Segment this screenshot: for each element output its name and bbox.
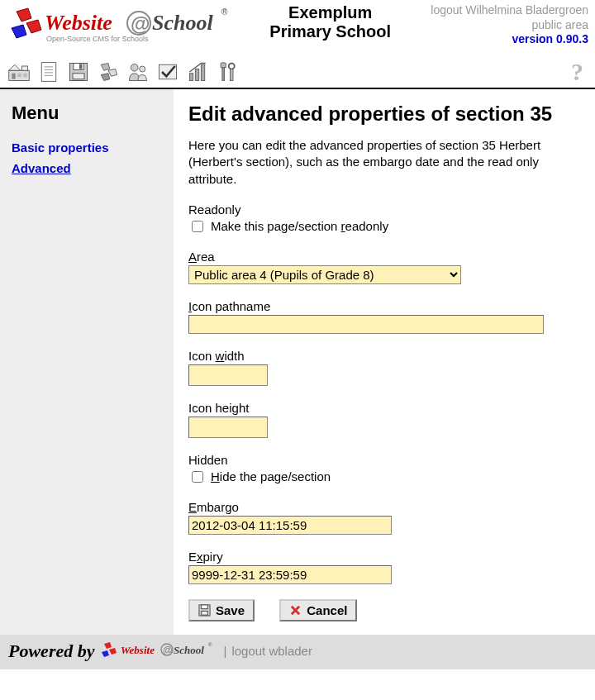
svg-text:Website: Website [121, 644, 155, 656]
svg-text:@: @ [163, 645, 173, 656]
area-label-rest: rea [197, 250, 215, 264]
svg-rect-27 [222, 66, 225, 81]
toolbar: ? [0, 55, 595, 88]
svg-rect-20 [73, 74, 84, 79]
readonly-checkbox[interactable] [192, 221, 203, 232]
svg-rect-11 [23, 74, 26, 77]
icon-height-label-post: ht [239, 401, 250, 415]
body-wrap: Menu Basic properties Advanced Edit adva… [0, 89, 595, 635]
icon-height-label: Icon height [188, 401, 580, 415]
expiry-group: Expiry [188, 550, 580, 584]
svg-rect-12 [41, 63, 56, 82]
icon-pathname-input[interactable] [188, 315, 544, 334]
hidden-checkbox[interactable] [192, 471, 203, 483]
embargo-group: Embargo [188, 500, 580, 535]
svg-rect-32 [202, 611, 208, 615]
area-group: Area Public area 4 (Pupils of Grade 8) [188, 250, 580, 284]
readonly-label-post: eadonly [345, 219, 389, 233]
embargo-label-key: E [188, 500, 197, 514]
save-disk-icon[interactable] [66, 60, 91, 84]
hidden-label-post: ide the page/section [220, 469, 331, 483]
footer-separator: | [223, 644, 226, 658]
area-select[interactable]: Public area 4 (Pupils of Grade 8) [188, 265, 461, 284]
svg-rect-31 [202, 605, 208, 609]
svg-text:School: School [174, 644, 204, 656]
website-at-school-logo-small: Website @ School ® [99, 640, 215, 663]
svg-rect-25 [195, 69, 198, 81]
embargo-input[interactable] [188, 516, 392, 535]
icon-width-label-post: idth [224, 349, 244, 363]
save-disk-small-icon [198, 604, 211, 617]
website-at-school-logo: Website @ School ® Open-Source CMS for S… [7, 3, 230, 50]
intro-text: Here you can edit the advanced propertie… [188, 137, 580, 188]
svg-rect-24 [189, 74, 193, 81]
svg-marker-7 [9, 64, 21, 70]
sidebar-item-advanced[interactable]: Advanced [12, 161, 162, 175]
footer: Powered by Website @ School ® | logout w… [0, 635, 595, 669]
readonly-group: Readonly Make this page/section readonly [188, 202, 580, 235]
icon-pathname-label: Icon pathname [188, 299, 580, 313]
expiry-input[interactable] [188, 565, 392, 584]
expiry-label: Expiry [188, 550, 580, 564]
header-right: logout Wilhelmina Bladergroen public are… [431, 3, 588, 47]
stats-icon[interactable] [185, 60, 210, 84]
icon-width-label-pre: Icon [188, 349, 216, 363]
hidden-label-key: H [211, 469, 220, 483]
svg-rect-8 [22, 66, 28, 70]
expiry-label-key: x [197, 550, 203, 564]
sidebar-title: Menu [12, 102, 162, 124]
icon-height-input[interactable] [188, 417, 268, 438]
icon-height-group: Icon height [188, 401, 580, 438]
settings-check-icon[interactable] [155, 60, 180, 84]
users-icon[interactable] [126, 60, 150, 84]
svg-rect-9 [12, 74, 15, 79]
svg-point-21 [131, 64, 138, 71]
readonly-group-label: Readonly [188, 202, 580, 217]
button-row: Save Cancel [188, 599, 580, 621]
header-bar: Website @ School ® Open-Source CMS for S… [0, 0, 595, 50]
save-button[interactable]: Save [188, 599, 255, 621]
sidebar-item-basic-properties[interactable]: Basic properties [12, 140, 162, 155]
home-icon[interactable] [7, 60, 31, 84]
icon-pathname-group: Icon pathname [188, 299, 580, 334]
cancel-button[interactable]: Cancel [279, 599, 357, 621]
tools-icon[interactable] [215, 60, 240, 84]
page-icon[interactable] [36, 60, 61, 84]
version-text: version 0.90.3 [431, 32, 588, 47]
expiry-label-pre: E [188, 550, 197, 564]
embargo-label: Embargo [188, 500, 580, 514]
svg-rect-10 [17, 74, 21, 77]
svg-text:@: @ [131, 12, 150, 35]
hidden-group-label: Hidden [188, 453, 580, 467]
powered-by-text: Powered by [8, 640, 94, 662]
icon-height-label-pre: Icon hei [188, 401, 232, 415]
modules-icon[interactable] [96, 60, 121, 84]
icon-width-input[interactable] [188, 364, 268, 386]
toolbar-wrap: ? [0, 55, 595, 89]
icon-path-label-rest: con pathname [192, 299, 270, 313]
site-title-line2: Primary School [230, 22, 431, 41]
area-label: Area [188, 250, 580, 264]
save-button-label: Save [216, 603, 245, 617]
footer-logout-link[interactable]: logout wblader [231, 644, 312, 658]
sidebar: Menu Basic properties Advanced [0, 89, 174, 635]
expiry-label-post: piry [203, 550, 223, 564]
svg-text:Open-Source CMS for Schools: Open-Source CMS for Schools [46, 35, 149, 43]
hidden-group: Hidden Hide the page/section [188, 453, 580, 485]
hidden-checkbox-label: Hide the page/section [211, 469, 331, 483]
logo-area: Website @ School ® Open-Source CMS for S… [7, 3, 230, 50]
svg-rect-26 [201, 64, 204, 80]
svg-point-28 [229, 64, 235, 69]
svg-text:Website: Website [45, 11, 112, 35]
svg-rect-29 [231, 69, 234, 81]
icon-width-label: Icon width [188, 349, 580, 363]
logout-user-text[interactable]: logout Wilhelmina Bladergroen [431, 3, 588, 18]
svg-text:School: School [152, 11, 213, 35]
svg-text:®: ® [221, 7, 228, 17]
area-label-key: A [188, 250, 197, 264]
readonly-checkbox-label: Make this page/section readonly [211, 219, 388, 233]
public-area-text[interactable]: public area [431, 18, 588, 33]
help-icon[interactable]: ? [566, 58, 588, 86]
readonly-label-pre: Make this page/section [211, 219, 341, 233]
svg-text:®: ® [208, 642, 212, 647]
